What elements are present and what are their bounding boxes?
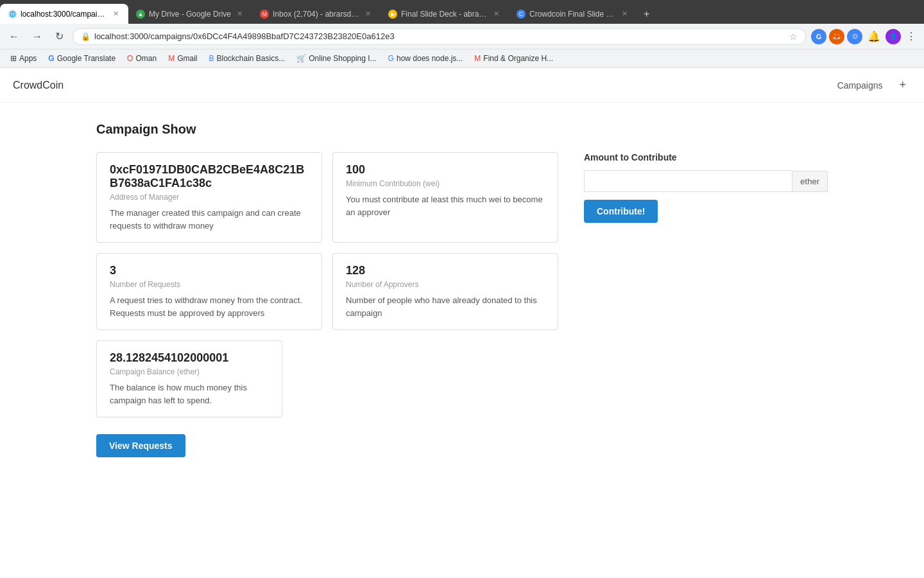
tab-title-gmail: Inbox (2,704) - abrarsd2k@gm...	[273, 10, 359, 19]
bookmark-oman-label: Oman	[135, 54, 157, 63]
gmail-icon: M	[168, 54, 175, 63]
card-min-label: Minimum Contribution (wei)	[346, 179, 545, 188]
nav-right: G 🦊 ⊙ 🔔 👤 ⋮	[811, 28, 919, 45]
bookmark-star-icon[interactable]: ☆	[789, 31, 798, 42]
header-right: Campaigns +	[831, 76, 911, 94]
bookmark-apps[interactable]: ⊞ Apps	[5, 52, 42, 65]
content-layout: 0xcF01971DB0CAB2CBeE4A8C21BB7638aC1FA1c3…	[96, 152, 828, 457]
app-logo[interactable]: CrowdCoin	[13, 80, 64, 91]
tab-close-gmail[interactable]: ✕	[363, 9, 373, 19]
card-min-description: You must contribute at least this much w…	[346, 193, 545, 218]
card-balance-label: Campaign Balance (ether)	[110, 367, 269, 376]
apps-grid-icon: ⊞	[10, 54, 17, 63]
card-manager-description: The manager created this campaign and ca…	[110, 207, 309, 232]
cards-row-1: 0xcF01971DB0CAB2CBeE4A8C21BB7638aC1FA1c3…	[96, 152, 558, 243]
tab-drive[interactable]: ▲ My Drive - Google Drive ✕	[128, 4, 252, 24]
bookmark-apps-label: Apps	[19, 54, 37, 63]
card-min-value: 100	[346, 163, 545, 177]
bookmark-gmail[interactable]: M Gmail	[163, 52, 202, 65]
bookmark-blockchain[interactable]: B Blockchain Basics...	[203, 52, 290, 65]
sidebar-title: Amount to Contribute	[584, 152, 828, 162]
tab-bar: 🌐 localhost:3000/campaigns/0x... ✕ ▲ My …	[0, 0, 924, 24]
contribute-input-row: ether	[584, 170, 828, 192]
contribute-amount-input[interactable]	[584, 170, 792, 192]
header-campaigns-link[interactable]: Campaigns	[831, 76, 889, 94]
profile-avatar[interactable]: 👤	[886, 29, 901, 44]
tab-close-slides[interactable]: ✕	[492, 9, 501, 19]
cards-row-3: 28.1282454102000001 Campaign Balance (et…	[96, 340, 558, 417]
app-header: CrowdCoin Campaigns +	[0, 68, 924, 103]
translate-icon: G	[48, 54, 54, 63]
header-plus-button[interactable]: +	[894, 76, 911, 94]
bookmark-shopping-label: Online Shopping I...	[309, 54, 376, 63]
bookmark-shopping[interactable]: 🛒 Online Shopping I...	[291, 52, 381, 65]
card-requests-label: Number of Requests	[110, 280, 309, 289]
card-num-approvers: 128 Number of Approvers Number of people…	[332, 253, 558, 330]
forward-button[interactable]: →	[28, 28, 46, 45]
tab-slides[interactable]: ▶ Final Slide Deck - abrar_syed... ✕	[381, 4, 509, 24]
bookmark-find-label: Find & Organize H...	[483, 54, 553, 63]
page-title: Campaign Show	[96, 122, 828, 137]
bookmark-blockchain-label: Blockchain Basics...	[216, 54, 285, 63]
bookmark-translate-label: Google Translate	[57, 54, 116, 63]
view-requests-button[interactable]: View Requests	[96, 434, 185, 457]
tab-close-drive[interactable]: ✕	[235, 9, 244, 19]
extension-icon[interactable]: 🦊	[829, 29, 844, 44]
blockchain-icon: B	[209, 54, 214, 63]
card-requests-value: 3	[110, 264, 309, 277]
shopping-icon: 🛒	[296, 54, 306, 63]
card-balance-value: 28.1282454102000001	[110, 351, 269, 365]
reload-button[interactable]: ↻	[51, 28, 67, 45]
card-requests-description: A request tries to withdraw money from t…	[110, 294, 309, 319]
tab-title-drive: My Drive - Google Drive	[149, 10, 231, 19]
nav-bar: ← → ↻ 🔒 localhost:3000/campaigns/0x6DCc4…	[0, 24, 924, 49]
bookmark-find[interactable]: M Find & Organize H...	[469, 52, 558, 65]
tab-title-crowdcoin: Crowdcoin Final Slide Deck - P...	[529, 10, 616, 19]
circle-icon[interactable]: ⊙	[847, 29, 862, 44]
tab-crowdcoin[interactable]: C Crowdcoin Final Slide Deck - P... ✕	[509, 4, 637, 24]
bookmark-nodejs[interactable]: G how does node.js...	[383, 52, 468, 65]
card-manager-value: 0xcF01971DB0CAB2CBeE4A8C21BB7638aC1FA1c3…	[110, 163, 309, 190]
cards-section: 0xcF01971DB0CAB2CBeE4A8C21BB7638aC1FA1c3…	[96, 152, 558, 457]
oman-icon: O	[127, 54, 133, 63]
bookmark-translate[interactable]: G Google Translate	[43, 52, 121, 65]
card-min-contribution: 100 Minimum Contribution (wei) You must …	[332, 152, 558, 243]
notifications-icon[interactable]: 🔔	[865, 28, 883, 45]
find-icon: M	[474, 54, 481, 63]
card-balance: 28.1282454102000001 Campaign Balance (et…	[96, 340, 282, 417]
card-approvers-description: Number of people who have already donate…	[346, 294, 545, 319]
card-balance-description: The balance is how much money this campa…	[110, 381, 269, 407]
tab-title-slides: Final Slide Deck - abrar_syed...	[401, 10, 488, 19]
card-num-requests: 3 Number of Requests A request tries to …	[96, 253, 322, 330]
contribute-unit-label: ether	[792, 171, 828, 192]
card-approvers-label: Number of Approvers	[346, 280, 545, 289]
address-text: localhost:3000/campaigns/0x6DCc4F4A49898…	[94, 31, 785, 41]
contribute-sidebar: Amount to Contribute ether Contribute!	[584, 152, 828, 223]
tab-close-active[interactable]: ✕	[111, 9, 121, 19]
menu-icon[interactable]: ⋮	[903, 28, 919, 45]
card-approvers-value: 128	[346, 264, 545, 277]
tab-title-active: localhost:3000/campaigns/0x...	[21, 10, 107, 19]
back-button[interactable]: ←	[5, 28, 23, 45]
tab-close-crowdcoin[interactable]: ✕	[620, 9, 629, 19]
card-manager-label: Address of Manager	[110, 193, 309, 202]
nodejs-icon: G	[388, 54, 394, 63]
new-tab-button[interactable]: +	[637, 4, 656, 24]
address-bar[interactable]: 🔒 localhost:3000/campaigns/0x6DCc4F4A498…	[73, 28, 806, 45]
contribute-button[interactable]: Contribute!	[584, 200, 658, 223]
bookmarks-bar: ⊞ Apps G Google Translate O Oman M Gmail…	[0, 49, 924, 68]
bookmark-nodejs-label: how does node.js...	[397, 54, 463, 63]
bookmark-oman[interactable]: O Oman	[122, 52, 162, 65]
grammarly-icon[interactable]: G	[811, 29, 826, 44]
main-content: Campaign Show 0xcF01971DB0CAB2CBeE4A8C21…	[0, 103, 924, 477]
bookmark-gmail-label: Gmail	[177, 54, 197, 63]
tab-gmail[interactable]: M Inbox (2,704) - abrarsd2k@gm... ✕	[252, 4, 381, 24]
card-manager: 0xcF01971DB0CAB2CBeE4A8C21BB7638aC1FA1c3…	[96, 152, 322, 243]
tab-active[interactable]: 🌐 localhost:3000/campaigns/0x... ✕	[0, 4, 128, 24]
cards-row-2: 3 Number of Requests A request tries to …	[96, 253, 558, 330]
page-content: CrowdCoin Campaigns + Campaign Show 0xcF…	[0, 68, 924, 569]
lock-icon: 🔒	[81, 32, 90, 41]
